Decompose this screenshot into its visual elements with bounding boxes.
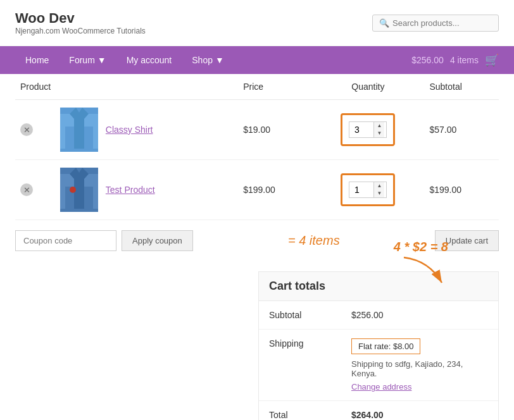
nav-cart[interactable]: $256.00 4 items 🛒 <box>411 53 499 67</box>
quantity-cell: ▲ ▼ <box>311 160 424 220</box>
flat-rate-badge: Flat rate: $8.00 <box>351 338 420 354</box>
subtotal-cell: $57.00 <box>424 100 499 160</box>
nav-item-home[interactable]: Home <box>15 46 59 74</box>
items-count: = 4 items <box>288 233 340 248</box>
quantity-input[interactable] <box>349 122 373 137</box>
product-cell: Test Product <box>55 160 238 220</box>
qty-wrapper: ▲ ▼ <box>349 121 387 138</box>
cart-items-count: 4 items <box>450 55 479 65</box>
total-label: Total <box>269 410 351 420</box>
cart-total: $256.00 <box>411 55 444 65</box>
table-row: ✕ Classy Shirt <box>15 100 499 160</box>
qty-up-button[interactable]: ▲ <box>374 182 384 190</box>
shipping-value: Flat rate: $8.00 Shipping to sdfg, Kajia… <box>351 338 488 392</box>
col-subtotal: Subtotal <box>424 74 499 100</box>
qty-up-button[interactable]: ▲ <box>374 122 384 130</box>
shipping-label: Shipping <box>269 338 351 349</box>
cart-table: Product Price Quantity Subtotal ✕ <box>15 74 499 220</box>
annotation-text: 4 * $2 = 8 <box>394 240 448 254</box>
product-cell: Classy Shirt <box>55 100 238 160</box>
shipping-address: Shipping to sdfg, Kajiado, 234, Kenya. <box>351 359 488 378</box>
nav-item-shop[interactable]: Shop ▼ <box>182 46 234 74</box>
apply-coupon-button[interactable]: Apply coupon <box>122 230 193 251</box>
product-image <box>60 168 98 212</box>
quantity-highlight: ▲ ▼ <box>341 173 395 206</box>
qty-arrows: ▲ ▼ <box>373 122 384 137</box>
coupon-left: Apply coupon <box>15 230 193 251</box>
remove-cell: ✕ <box>15 160 55 220</box>
remove-button[interactable]: ✕ <box>20 123 33 136</box>
site-subtitle: Njengah.com WooCommerce Tutorials <box>15 27 146 35</box>
col-quantity: Quantity <box>311 74 424 100</box>
search-input[interactable] <box>392 18 494 28</box>
nav-left: Home Forum ▼ My account Shop ▼ <box>15 46 234 74</box>
qty-down-button[interactable]: ▼ <box>374 130 384 137</box>
site-branding: Woo Dev Njengah.com WooCommerce Tutorial… <box>15 10 146 35</box>
col-product: Product <box>15 74 238 100</box>
subtotal-row: Subtotal $256.00 <box>259 301 498 330</box>
price-cell: $19.00 <box>238 100 311 160</box>
cart-totals-section: 4 * $2 = 8 Cart totals Subtotal $256.00 … <box>15 271 499 420</box>
change-address-link[interactable]: Change address <box>351 382 411 392</box>
coupon-input[interactable] <box>15 230 116 251</box>
subtotal-cell: $199.00 <box>424 160 499 220</box>
cart-icon: 🛒 <box>485 53 499 67</box>
remove-button[interactable]: ✕ <box>20 183 33 196</box>
search-icon: 🔍 <box>379 18 389 28</box>
site-header: Woo Dev Njengah.com WooCommerce Tutorial… <box>0 0 514 46</box>
subtotal-value: $256.00 <box>351 310 488 320</box>
shipping-row: Shipping Flat rate: $8.00 Shipping to sd… <box>259 330 498 401</box>
main-content: Product Price Quantity Subtotal ✕ <box>0 74 514 420</box>
annotation-container: 4 * $2 = 8 <box>394 240 448 286</box>
site-nav: Home Forum ▼ My account Shop ▼ $256.00 4… <box>0 46 514 74</box>
qty-wrapper: ▲ ▼ <box>349 182 387 198</box>
cart-totals-title: Cart totals <box>259 272 498 301</box>
subtotal-label: Subtotal <box>269 310 351 320</box>
product-link[interactable]: Classy Shirt <box>106 125 153 135</box>
qty-down-button[interactable]: ▼ <box>374 190 384 197</box>
nav-item-forum[interactable]: Forum ▼ <box>59 46 116 74</box>
quantity-cell: ▲ ▼ <box>311 100 424 160</box>
search-bar[interactable]: 🔍 <box>372 15 499 32</box>
product-link[interactable]: Test Product <box>106 185 155 195</box>
quantity-input[interactable] <box>349 182 373 197</box>
total-value: $264.00 <box>351 410 488 420</box>
table-row: ✕ Test Product <box>15 160 499 220</box>
quantity-highlight: ▲ ▼ <box>341 113 395 146</box>
remove-cell: ✕ <box>15 100 55 160</box>
arrow-svg <box>398 254 448 286</box>
total-row: Total $264.00 <box>259 401 498 420</box>
qty-arrows: ▲ ▼ <box>373 182 384 197</box>
cart-totals: Cart totals Subtotal $256.00 Shipping Fl… <box>258 271 499 420</box>
nav-item-myaccount[interactable]: My account <box>116 46 182 74</box>
product-image <box>60 108 98 152</box>
chevron-down-icon: ▼ <box>97 55 106 65</box>
col-price: Price <box>238 74 311 100</box>
price-cell: $199.00 <box>238 160 311 220</box>
chevron-down-icon: ▼ <box>215 55 224 65</box>
site-title: Woo Dev <box>15 10 146 27</box>
svg-point-8 <box>70 187 76 193</box>
